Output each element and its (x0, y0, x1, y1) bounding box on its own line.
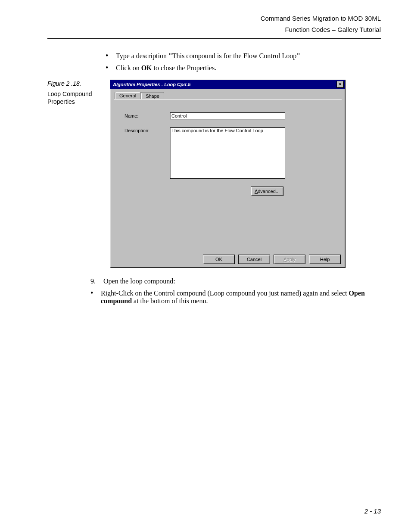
page-header: Command Series Migration to MOD 30ML Fun… (47, 13, 381, 35)
apply-button: Apply (274, 255, 305, 264)
figure-caption: Figure 2 .18. Loop Compound Properties (47, 80, 110, 106)
step-9-bullets: Right-Click on the Control compound (Loo… (90, 289, 381, 305)
cancel-button[interactable]: Cancel (238, 255, 270, 264)
doc-title: Command Series Migration to MOD 30ML (47, 13, 381, 24)
figure-title: Loop Compound Properties (47, 90, 106, 106)
name-label: Name: (125, 112, 170, 118)
header-rule (47, 38, 381, 39)
step-number: 9. (90, 277, 96, 285)
dialog-title: Algorithm Properties - Loop Cpd-5 (113, 82, 190, 87)
instruction-item: Right-Click on the Control compound (Loo… (90, 289, 381, 305)
step-9: 9. Open the loop compound: (90, 277, 381, 285)
dialog-button-bar: OK Cancel Apply Help (110, 255, 345, 268)
page-number: 2 - 13 (364, 507, 381, 515)
figure-number: Figure 2 .18. (47, 80, 106, 87)
dialog-titlebar[interactable]: Algorithm Properties - Loop Cpd-5 × (110, 80, 345, 89)
instruction-list: Type a description "This compound is for… (106, 52, 381, 72)
ok-button[interactable]: OK (203, 255, 235, 264)
instruction-item: Click on OK to close the Properties. (106, 64, 381, 72)
help-button[interactable]: Help (309, 255, 341, 264)
tab-shape[interactable]: Shape (141, 92, 164, 100)
tab-strip: General Shape (115, 92, 342, 99)
doc-subtitle: Function Codes – Gallery Tutorial (47, 24, 381, 35)
tab-general[interactable]: General (115, 92, 141, 99)
advanced-button[interactable]: Advanced... (251, 187, 283, 196)
properties-dialog: Algorithm Properties - Loop Cpd-5 × Gene… (110, 80, 346, 268)
description-label: Description: (125, 127, 170, 133)
description-field[interactable] (170, 127, 285, 179)
instruction-item: Type a description "This compound is for… (106, 52, 381, 60)
step-text: Open the loop compound: (103, 277, 175, 285)
name-field[interactable] (170, 112, 285, 119)
close-icon[interactable]: × (336, 81, 344, 88)
